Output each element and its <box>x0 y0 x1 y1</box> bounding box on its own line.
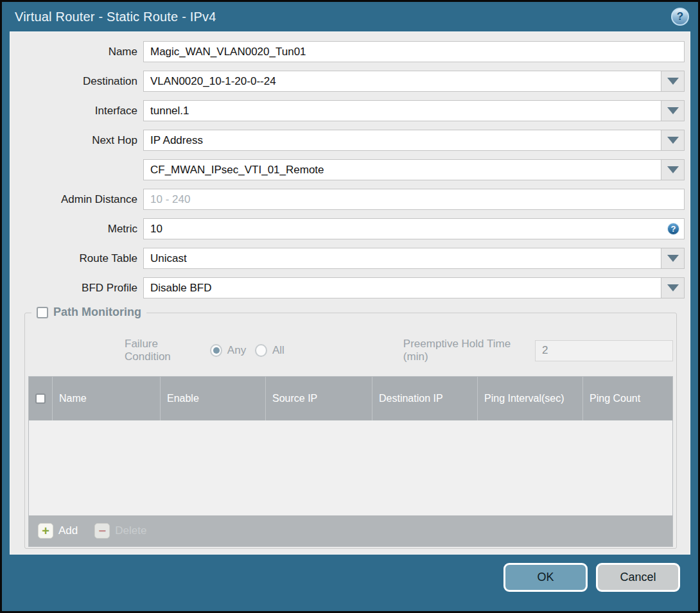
table-body-empty <box>29 420 672 515</box>
static-route-dialog: Virtual Router - Static Route - IPv4 ? N… <box>0 0 700 613</box>
chevron-down-icon <box>667 137 679 144</box>
failure-condition-any-label: Any <box>227 344 246 357</box>
next-hop-row: Next Hop <box>14 130 685 151</box>
dialog-titlebar: Virtual Router - Static Route - IPv4 ? <box>2 2 698 31</box>
route-table-label: Route Table <box>14 252 137 265</box>
path-monitoring-checkbox[interactable] <box>37 307 48 318</box>
metric-row: Metric ? <box>14 218 685 239</box>
bfd-profile-dropdown-button[interactable] <box>661 277 685 298</box>
name-input[interactable] <box>143 41 685 62</box>
next-hop-address-input[interactable] <box>143 159 661 180</box>
destination-input[interactable] <box>143 71 661 92</box>
table-toolbar: + Add − Delete <box>29 515 672 546</box>
destination-row: Destination <box>14 71 685 92</box>
interface-row: Interface <box>14 100 685 121</box>
destination-dropdown-button[interactable] <box>661 71 685 92</box>
path-monitoring-section: Path Monitoring Failure Condition Any Al… <box>24 313 677 549</box>
interface-label: Interface <box>14 105 137 117</box>
admin-distance-label: Admin Distance <box>14 193 137 206</box>
ok-button[interactable]: OK <box>503 563 588 592</box>
delete-button-label: Delete <box>115 524 146 537</box>
next-hop-type-input[interactable] <box>143 130 661 151</box>
chevron-down-icon <box>667 166 679 173</box>
metric-label: Metric <box>14 223 137 236</box>
path-monitoring-legend: Path Monitoring <box>31 306 146 319</box>
minus-icon: − <box>94 523 110 539</box>
preemptive-hold-input[interactable] <box>535 340 673 361</box>
column-header-ping-interval[interactable]: Ping Interval(sec) <box>477 377 582 420</box>
failure-condition-any-radio[interactable] <box>210 344 222 357</box>
next-hop-dropdown-button[interactable] <box>661 130 685 151</box>
add-button[interactable]: + Add <box>38 523 78 539</box>
path-monitoring-table: Name Enable Source IP Destination IP Pin… <box>28 376 673 547</box>
failure-condition-label: Failure Condition <box>125 338 201 363</box>
help-icon[interactable]: ? <box>671 8 689 26</box>
chevron-down-icon <box>667 255 679 262</box>
next-hop-address-dropdown-button[interactable] <box>661 159 685 180</box>
chevron-down-icon <box>667 78 679 85</box>
delete-button[interactable]: − Delete <box>94 523 146 539</box>
select-all-header-cell <box>29 377 52 420</box>
select-all-checkbox[interactable] <box>35 393 46 404</box>
bfd-profile-label: BFD Profile <box>14 282 137 295</box>
admin-distance-input[interactable] <box>143 189 685 210</box>
name-row: Name <box>14 41 685 62</box>
metric-help-icon[interactable]: ? <box>667 223 679 235</box>
interface-input[interactable] <box>143 100 661 121</box>
column-header-name[interactable]: Name <box>52 377 160 420</box>
column-header-source-ip[interactable]: Source IP <box>265 377 372 420</box>
column-header-destination-ip[interactable]: Destination IP <box>372 377 477 420</box>
column-header-enable[interactable]: Enable <box>160 377 265 420</box>
interface-dropdown-button[interactable] <box>661 100 685 121</box>
route-table-dropdown-button[interactable] <box>661 248 685 269</box>
table-header-row: Name Enable Source IP Destination IP Pin… <box>29 377 672 420</box>
admin-distance-row: Admin Distance <box>14 189 685 210</box>
failure-condition-row: Failure Condition Any All Preemptive Hol… <box>28 338 673 363</box>
bfd-profile-input[interactable] <box>143 277 661 298</box>
chevron-down-icon <box>667 107 679 114</box>
failure-condition-all-radio[interactable] <box>255 344 267 357</box>
cancel-button[interactable]: Cancel <box>596 563 680 592</box>
column-header-ping-count[interactable]: Ping Count <box>582 377 672 420</box>
name-label: Name <box>14 46 137 58</box>
path-monitoring-title: Path Monitoring <box>53 306 141 319</box>
next-hop-address-row <box>14 159 685 180</box>
bfd-profile-row: BFD Profile <box>14 277 685 298</box>
metric-input[interactable] <box>143 218 685 239</box>
preemptive-hold-label: Preemptive Hold Time (min) <box>403 338 529 363</box>
dialog-footer: OK Cancel <box>2 555 698 611</box>
route-table-input[interactable] <box>143 248 661 269</box>
dialog-title: Virtual Router - Static Route - IPv4 <box>15 10 671 24</box>
dialog-content: Name Destination Interface <box>10 31 690 555</box>
failure-condition-all-label: All <box>272 344 284 357</box>
add-button-label: Add <box>58 524 78 537</box>
route-table-row: Route Table <box>14 248 685 269</box>
plus-icon: + <box>38 523 53 539</box>
next-hop-label: Next Hop <box>14 134 137 147</box>
chevron-down-icon <box>667 284 679 291</box>
destination-label: Destination <box>14 75 137 88</box>
